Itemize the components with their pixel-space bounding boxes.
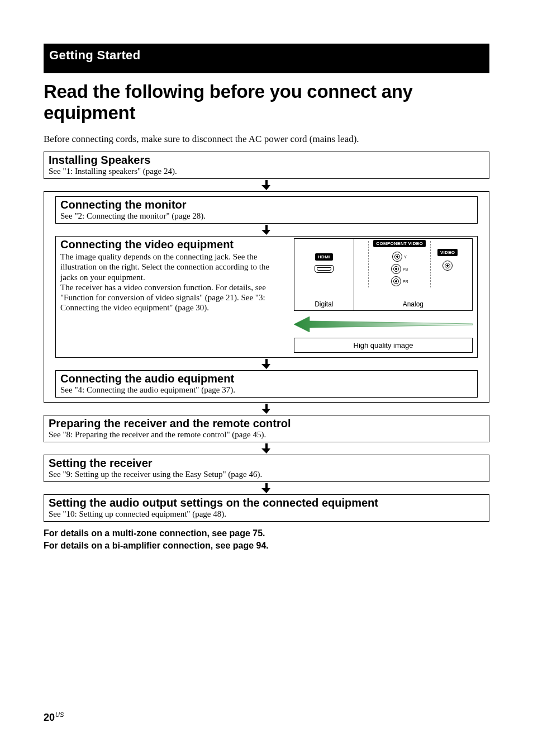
step-ref: See "9: Setting up the receiver using th… [49, 470, 484, 479]
footer-line-1: For details on a multi-zone connection, … [44, 527, 489, 540]
step-ref: See "1: Installing speakers" (page 24). [49, 167, 484, 176]
rca-jack-icon [392, 252, 402, 262]
page-number: 20US [44, 711, 64, 724]
step-connecting-audio: Connecting the audio equipment See "4: C… [55, 370, 478, 398]
flow-arrow [44, 180, 489, 190]
step-heading: Setting the audio output settings on the… [49, 497, 484, 509]
step-ref: See "2: Connecting the monitor" (page 28… [60, 211, 473, 221]
pr-label: PR [403, 280, 408, 284]
connect-group: Connecting the monitor See "2: Connectin… [44, 191, 489, 403]
arrow-down-icon [261, 443, 272, 453]
composite-column: VIDEO [437, 241, 458, 272]
step-heading: Connecting the monitor [60, 199, 473, 211]
rca-jack-icon [391, 264, 401, 274]
step-installing-speakers: Installing Speakers See "1: Installing s… [44, 152, 489, 179]
quality-gradient-arrow [294, 316, 473, 332]
section-tab: Getting Started [44, 44, 489, 67]
step-setting-audio-output: Setting the audio output settings on the… [44, 494, 489, 522]
step-connecting-monitor: Connecting the monitor See "2: Connectin… [55, 196, 478, 224]
arrow-down-icon [261, 359, 272, 369]
flow-arrow [44, 443, 489, 453]
y-label: Y [404, 255, 407, 259]
page-region: US [55, 711, 64, 718]
section-divider-bar [44, 67, 489, 73]
flow-arrow [44, 359, 489, 369]
step-heading: Connecting the audio equipment [60, 372, 473, 385]
step-ref: See "8: Preparing the receiver and the r… [49, 430, 484, 440]
step-ref: See "10: Setting up connected equipment"… [49, 509, 484, 519]
digital-label: Digital [315, 300, 333, 310]
step-ref: See "4: Connecting the audio equipment" … [60, 385, 473, 395]
step-heading: Preparing the receiver and the remote co… [49, 417, 484, 430]
hdmi-port-icon [315, 265, 334, 273]
step-heading: Setting the receiver [49, 457, 484, 470]
arrow-down-icon [261, 483, 272, 493]
component-badge: COMPONENT VIDEO [373, 240, 426, 247]
arrow-down-icon [261, 180, 272, 190]
intro-text: Before connecting cords, make sure to di… [44, 134, 489, 145]
video-badge: VIDEO [437, 249, 458, 256]
hdmi-column: HDMI Digital [294, 239, 354, 310]
rca-jack-icon [391, 276, 401, 286]
flow-arrow [44, 404, 489, 414]
component-column: COMPONENT VIDEO Y PB PR [368, 241, 431, 287]
pb-label: PB [403, 267, 408, 271]
step-heading: Connecting the video equipment [60, 238, 285, 251]
analog-label: Analog [403, 300, 423, 310]
page-title: Read the following before you connect an… [44, 81, 489, 124]
video-quality-panel: HDMI Digital COMPONENT VIDEO Y PB PR [294, 238, 473, 353]
footer-notes: For details on a multi-zone connection, … [44, 527, 489, 551]
rca-jack-icon [442, 261, 453, 271]
step-setting-receiver: Setting the receiver See "9: Setting up … [44, 455, 489, 482]
svg-marker-0 [294, 316, 473, 332]
step-heading: Installing Speakers [49, 154, 484, 167]
flow-arrow [44, 483, 489, 493]
arrow-down-icon [261, 404, 272, 414]
flow-arrow [44, 225, 489, 235]
arrow-down-icon [261, 225, 272, 235]
high-quality-label: High quality image [294, 338, 473, 353]
page-number-value: 20 [44, 712, 55, 723]
step-connecting-video: Connecting the video equipment The image… [55, 236, 478, 358]
footer-line-2: For details on a bi-amplifier connection… [44, 540, 489, 552]
step-description: The image quality depends on the connect… [60, 252, 285, 313]
step-preparing-receiver: Preparing the receiver and the remote co… [44, 415, 489, 442]
hdmi-badge: HDMI [315, 253, 333, 261]
